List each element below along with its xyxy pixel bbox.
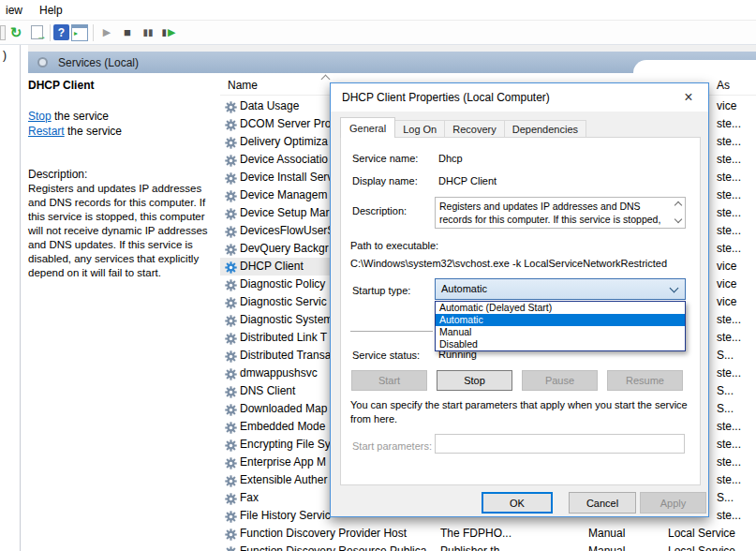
service-logon-as-fragment: vice [717,99,736,112]
display-name-label: Display name: [352,175,418,186]
dropdown-option[interactable]: Disabled [436,338,685,350]
service-name: Diagnostic Policy [240,277,325,290]
service-logon-as-fragment: S... [717,491,734,504]
gear-icon [225,439,237,451]
tab-general[interactable]: General [340,117,395,138]
startup-type-combobox[interactable]: Automatic [435,278,686,300]
service-logon-as-fragment: vice [717,295,736,308]
gear-icon [225,403,237,415]
stop-button[interactable]: Stop [437,370,512,391]
service-name: Embedded Mode [240,420,325,433]
gear-icon [225,136,237,148]
start-parameters-input[interactable] [435,434,685,454]
start-parameters-label: Start parameters: [352,440,432,452]
service-logon-as-fragment: ste... [717,188,741,201]
tab-dependencies[interactable]: Dependencies [504,120,586,138]
description-textbox[interactable]: Registers and updates IP addresses and D… [435,197,686,229]
dropdown-option[interactable]: Manual [436,326,685,338]
gear-icon [225,225,237,237]
apply-button[interactable]: Apply [640,492,706,514]
service-row[interactable]: Function Discovery Provider HostThe FDPH… [220,525,756,543]
gear-icon [225,510,237,522]
service-logon-as-fragment: ste... [717,455,741,469]
service-name: DCOM Server Pro [240,117,331,130]
service-name: Function Discovery Provider Host [240,527,407,540]
resume-button[interactable]: Resume [607,370,683,391]
dialog-title: DHCP Client Properties (Local Computer) [342,91,550,104]
service-name: Extensible Auther [240,473,327,486]
gear-icon [225,100,237,112]
gear-icon [225,367,237,380]
pause-button[interactable]: Pause [522,370,598,391]
toolbar-separator [93,24,94,41]
start-button[interactable]: Start [351,370,427,391]
restart-service-rest: the service [65,125,122,138]
scroll-down-icon[interactable] [674,216,681,223]
service-name: Diagnostic Servic [240,295,327,308]
service-logon-as-fragment: vice [717,277,736,290]
service-name: DNS Client [240,384,295,397]
service-name: Diagnostic System [240,313,333,326]
service-logon-as-fragment: ste... [717,313,741,326]
extended-view-tab [633,60,756,73]
service-name: Enterprise App M [240,455,326,469]
service-logon-as-fragment: ste... [717,135,741,148]
dialog-titlebar[interactable]: DHCP Client Properties (Local Computer) … [331,83,708,112]
menu-help[interactable]: Help [31,0,71,21]
service-name: Distributed Link T [240,331,327,344]
tab-recovery[interactable]: Recovery [444,120,504,138]
column-header-logonas-fragment[interactable]: As [717,79,730,92]
services-console-window: iew Help ? ) Services (Local) DHCP Clien… [0,0,756,551]
service-description: The FDPHO... [440,527,511,540]
service-row[interactable]: Function Discovery Resource PublicaPubli… [220,543,756,551]
stop-icon[interactable] [117,23,138,42]
selected-service-title: DHCP Client [28,79,94,92]
pause-icon[interactable] [138,23,158,42]
menu-view-partial[interactable]: iew [0,0,31,21]
toolbar-separator [50,24,51,41]
gear-icon [225,332,237,344]
gear-icon [225,278,237,290]
column-header-name[interactable]: Name [228,79,258,92]
description-text: Registers and updates IP addresses and D… [28,182,218,280]
section-divider [350,331,433,332]
service-logon-as-fragment: S... [717,349,734,362]
service-name: Device Install Serv [240,171,333,184]
chevron-down-icon [670,284,679,293]
service-name: Downloaded Map [240,402,327,415]
cancel-button[interactable]: Cancel [569,492,636,514]
restartsvc-icon[interactable] [158,23,179,42]
gear-icon [225,456,237,469]
start-parameters-hint: You can specify the start parameters tha… [350,398,689,426]
console-tree-panel[interactable]: ) [0,45,21,551]
scroll-up-icon[interactable] [674,201,681,209]
stop-service-link[interactable]: Stop [28,110,52,123]
window-icon[interactable] [69,23,90,42]
service-logon-as-fragment: ste... [717,509,741,522]
help-icon[interactable]: ? [53,24,69,40]
close-icon[interactable]: × [669,83,708,111]
refresh-icon[interactable] [6,23,26,42]
stop-service-rest: the service [52,110,109,123]
tree-item-partial: ) [3,49,7,62]
gear-icon [225,385,237,397]
start-icon[interactable] [96,23,117,42]
description-textbox-value: Registers and updates IP addresses and D… [439,200,664,226]
gear-icon [225,528,237,540]
menu-bar: iew Help [0,0,756,21]
gear-icon [225,296,237,308]
description-scrollbar[interactable] [672,199,684,227]
service-status-label: Service status: [352,350,420,361]
restart-service-line: Restart the service [28,124,122,139]
export-icon[interactable] [26,23,47,42]
dropdown-option[interactable]: Automatic [436,314,685,326]
restart-service-link[interactable]: Restart [28,125,65,138]
service-logon-as-fragment: S... [717,402,734,415]
dropdown-option[interactable]: Automatic (Delayed Start) [436,302,685,314]
ok-button[interactable]: OK [482,492,553,514]
service-logon-as-fragment: ste... [717,224,741,237]
service-logon-as-fragment: ste... [717,242,741,255]
service-logon-as: Local Service [668,544,735,551]
gear-icon [225,350,237,362]
tab-logon[interactable]: Log On [394,120,445,138]
